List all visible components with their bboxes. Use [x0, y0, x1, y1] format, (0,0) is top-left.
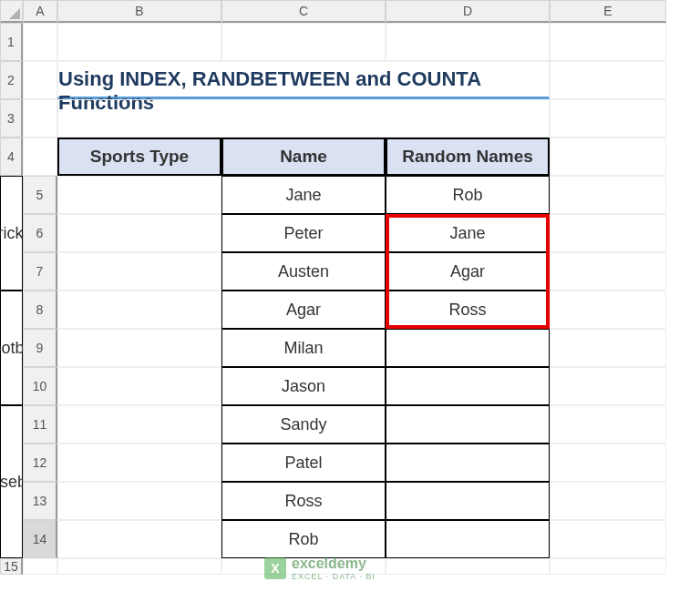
- cell-A7[interactable]: [57, 252, 221, 291]
- sports-cell-baseball[interactable]: Baseball: [0, 405, 23, 558]
- cell-A14[interactable]: [57, 520, 221, 558]
- col-header-B[interactable]: B: [57, 0, 221, 23]
- random-name-empty[interactable]: [386, 405, 550, 444]
- cell-A15[interactable]: [23, 558, 57, 575]
- row-header-7[interactable]: 7: [23, 252, 57, 291]
- cell-E6[interactable]: [550, 214, 666, 252]
- header-name[interactable]: Name: [221, 138, 386, 176]
- cell-C1[interactable]: [221, 23, 386, 61]
- row-header-11[interactable]: 11: [23, 405, 57, 444]
- cell-A8[interactable]: [57, 291, 221, 329]
- cell-A11[interactable]: [57, 405, 221, 444]
- cell-E9[interactable]: [550, 329, 666, 367]
- cell-B1[interactable]: [57, 23, 221, 61]
- excel-icon: X: [264, 557, 286, 579]
- name-cell[interactable]: Sandy: [221, 405, 386, 444]
- random-name-empty[interactable]: [386, 444, 550, 482]
- watermark-tagline: EXCEL · DATA · BI: [292, 572, 376, 581]
- cell-E15[interactable]: [550, 558, 666, 575]
- cell-D15[interactable]: [386, 558, 550, 575]
- name-cell[interactable]: Jane: [221, 176, 386, 214]
- cell-A6[interactable]: [57, 214, 221, 252]
- random-name-cell[interactable]: Jane: [386, 214, 550, 252]
- random-name-empty[interactable]: [386, 329, 550, 367]
- cell-A3[interactable]: [23, 99, 57, 138]
- name-cell[interactable]: Austen: [221, 252, 386, 291]
- col-header-E[interactable]: E: [550, 0, 666, 23]
- cell-E10[interactable]: [550, 367, 666, 405]
- spreadsheet-grid: A B C D E 1 2 Using INDEX, RANDBETWEEN a…: [0, 0, 700, 575]
- row-header-12[interactable]: 12: [23, 444, 57, 482]
- select-all-corner[interactable]: [0, 0, 23, 23]
- watermark: X exceldemy EXCEL · DATA · BI: [264, 556, 376, 581]
- cell-E3[interactable]: [550, 99, 666, 138]
- cell-A9[interactable]: [57, 329, 221, 367]
- random-name-cell[interactable]: Ross: [386, 291, 550, 329]
- cell-E14[interactable]: [550, 520, 666, 558]
- name-cell[interactable]: Patel: [221, 444, 386, 482]
- cell-E12[interactable]: [550, 444, 666, 482]
- watermark-brand: exceldemy: [292, 556, 376, 572]
- row-header-15[interactable]: 15: [0, 558, 23, 575]
- name-cell[interactable]: Milan: [221, 329, 386, 367]
- cell-A4[interactable]: [23, 138, 57, 176]
- row-header-13[interactable]: 13: [23, 482, 57, 520]
- cell-A1[interactable]: [23, 23, 57, 61]
- col-header-A[interactable]: A: [23, 0, 57, 23]
- cell-E8[interactable]: [550, 291, 666, 329]
- cell-E2[interactable]: [550, 61, 666, 99]
- sports-cell-football[interactable]: Football: [0, 291, 23, 405]
- row-header-4[interactable]: 4: [0, 138, 23, 176]
- cell-E7[interactable]: [550, 252, 666, 291]
- row-header-14[interactable]: 14: [23, 520, 57, 558]
- cell-E11[interactable]: [550, 405, 666, 444]
- row-header-3[interactable]: 3: [0, 99, 23, 138]
- name-cell[interactable]: Ross: [221, 482, 386, 520]
- random-name-empty[interactable]: [386, 520, 550, 558]
- name-cell[interactable]: Agar: [221, 291, 386, 329]
- page-title: Using INDEX, RANDBETWEEN and COUNTA Func…: [57, 61, 550, 99]
- name-cell[interactable]: Rob: [221, 520, 386, 558]
- col-header-C[interactable]: C: [221, 0, 386, 23]
- cell-A12[interactable]: [57, 444, 221, 482]
- random-name-cell[interactable]: Agar: [386, 252, 550, 291]
- cell-E13[interactable]: [550, 482, 666, 520]
- sports-cell-cricket[interactable]: Cricket: [0, 176, 23, 291]
- cell-B15[interactable]: [57, 558, 221, 575]
- name-cell[interactable]: Jason: [221, 367, 386, 405]
- cell-A13[interactable]: [57, 482, 221, 520]
- header-sports-type[interactable]: Sports Type: [57, 138, 221, 176]
- col-header-D[interactable]: D: [386, 0, 550, 23]
- random-name-cell[interactable]: Rob: [386, 176, 550, 214]
- cell-A10[interactable]: [57, 367, 221, 405]
- cell-E4[interactable]: [550, 138, 666, 176]
- title-spacer: [57, 99, 550, 138]
- row-header-8[interactable]: 8: [23, 291, 57, 329]
- cell-D1[interactable]: [386, 23, 550, 61]
- cell-A2[interactable]: [23, 61, 57, 99]
- row-header-9[interactable]: 9: [23, 329, 57, 367]
- random-name-empty[interactable]: [386, 367, 550, 405]
- cell-E1[interactable]: [550, 23, 666, 61]
- row-header-10[interactable]: 10: [23, 367, 57, 405]
- header-random-names[interactable]: Random Names: [386, 138, 550, 176]
- name-cell[interactable]: Peter: [221, 214, 386, 252]
- row-header-5[interactable]: 5: [23, 176, 57, 214]
- cell-E5[interactable]: [550, 176, 666, 214]
- row-header-2[interactable]: 2: [0, 61, 23, 99]
- cell-A5[interactable]: [57, 176, 221, 214]
- row-header-6[interactable]: 6: [23, 214, 57, 252]
- row-header-1[interactable]: 1: [0, 23, 23, 61]
- random-name-empty[interactable]: [386, 482, 550, 520]
